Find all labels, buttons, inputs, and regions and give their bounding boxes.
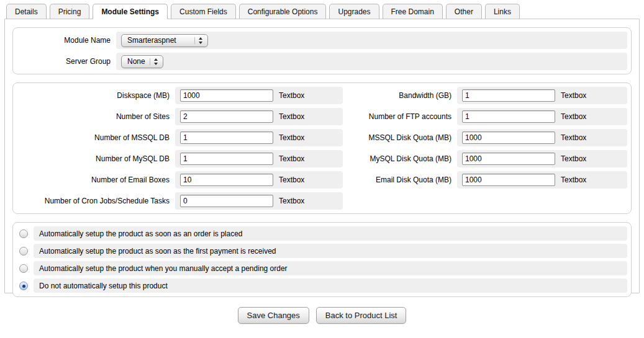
server-group-selected-value: None <box>127 57 145 66</box>
tab-other[interactable]: Other <box>446 4 482 19</box>
tab-details[interactable]: Details <box>6 4 47 19</box>
radio-no-auto-setup[interactable] <box>19 282 28 290</box>
radio-option-label: Automatically setup the product as soon … <box>39 247 276 256</box>
module-name-row: Module Name Smarteraspnet <box>17 32 627 49</box>
module-selection-panel: Module Name Smarteraspnet Server Group N… <box>12 27 632 74</box>
cron-jobs-field-area: Textbox <box>175 192 343 210</box>
email-boxes-input[interactable] <box>180 174 273 186</box>
radio-row: Automatically setup the product when you… <box>17 261 627 275</box>
mssql-quota-label: MSSQL Disk Quota (MB) <box>343 133 457 142</box>
diskspace-input[interactable] <box>180 89 273 102</box>
field-row: Number of MSSQL DB Textbox MSSQL Disk Qu… <box>17 129 627 146</box>
field-type-label: Textbox <box>279 154 304 163</box>
mysql-quota-field-area: Textbox <box>457 150 627 167</box>
radio-setup-on-accept[interactable] <box>19 264 28 273</box>
radio-row: Automatically setup the product as soon … <box>17 244 627 258</box>
module-name-field-area: Smarteraspnet <box>116 32 627 49</box>
tab-pricing[interactable]: Pricing <box>50 4 90 19</box>
mssql-db-input[interactable] <box>180 131 273 144</box>
field-type-label: Textbox <box>561 154 586 163</box>
radio-label-area: Automatically setup the product as soon … <box>34 226 627 241</box>
action-button-row: Save Changes Back to Product List <box>0 307 644 324</box>
mssql-db-label: Number of MSSQL DB <box>17 133 175 142</box>
module-name-label: Module Name <box>17 36 116 45</box>
diskspace-field-area: Textbox <box>175 87 343 104</box>
bandwidth-field-area: Textbox <box>457 87 627 104</box>
save-changes-button[interactable]: Save Changes <box>238 307 309 324</box>
radio-label-area: Automatically setup the product when you… <box>34 261 627 275</box>
field-type-label: Textbox <box>279 197 304 205</box>
radio-setup-on-payment[interactable] <box>19 247 28 256</box>
mssql-quota-field-area: Textbox <box>457 129 627 146</box>
select-stepper-icon <box>194 37 204 44</box>
field-type-label: Textbox <box>279 91 304 100</box>
email-quota-input[interactable] <box>462 174 555 186</box>
field-type-label: Textbox <box>561 91 586 100</box>
email-quota-field-area: Textbox <box>457 171 627 189</box>
tab-upgrades[interactable]: Upgrades <box>329 4 379 19</box>
auto-setup-panel: Automatically setup the product as soon … <box>12 222 632 297</box>
server-group-select[interactable]: None <box>121 55 163 68</box>
mssql-quota-input[interactable] <box>462 131 555 144</box>
module-settings-panel: Module Name Smarteraspnet Server Group N… <box>4 19 640 293</box>
radio-option-label: Automatically setup the product as soon … <box>39 229 243 238</box>
email-boxes-label: Number of Email Boxes <box>17 176 175 184</box>
ftp-accounts-field-area: Textbox <box>457 108 627 125</box>
email-boxes-field-area: Textbox <box>175 171 343 189</box>
number-of-sites-input[interactable] <box>180 110 273 123</box>
module-name-select[interactable]: Smarteraspnet <box>121 34 208 47</box>
tab-configurable-options[interactable]: Configurable Options <box>239 4 327 19</box>
mysql-quota-input[interactable] <box>462 153 555 165</box>
mysql-quota-label: MySQL Disk Quota (MB) <box>343 154 457 163</box>
cron-jobs-label: Number of Cron Jobs/Schedule Tasks <box>17 197 175 205</box>
tab-module-settings[interactable]: Module Settings <box>93 4 168 19</box>
server-group-row: Server Group None <box>17 53 627 70</box>
bandwidth-label: Bandwidth (GB) <box>343 91 457 100</box>
diskspace-label: Diskspace (MB) <box>17 91 175 100</box>
tab-custom-fields[interactable]: Custom Fields <box>171 4 236 19</box>
select-stepper-icon <box>150 58 160 65</box>
field-type-label: Textbox <box>279 133 304 142</box>
server-group-label: Server Group <box>17 57 116 66</box>
field-type-label: Textbox <box>561 176 586 184</box>
field-type-label: Textbox <box>561 112 586 121</box>
radio-option-label: Do not automatically setup this product <box>39 282 168 290</box>
module-options-panel: Diskspace (MB) Textbox Bandwidth (GB) Te… <box>12 82 632 214</box>
back-to-product-list-button[interactable]: Back to Product List <box>316 307 407 324</box>
field-row: Diskspace (MB) Textbox Bandwidth (GB) Te… <box>17 87 627 104</box>
field-row: Number of MySQL DB Textbox MySQL Disk Qu… <box>17 150 627 167</box>
ftp-accounts-label: Number of FTP accounts <box>343 112 457 121</box>
module-name-selected-value: Smarteraspnet <box>127 36 176 45</box>
field-type-label: Textbox <box>279 112 304 121</box>
number-of-sites-label: Number of Sites <box>17 112 175 121</box>
field-row: Number of Email Boxes Textbox Email Disk… <box>17 171 627 189</box>
radio-label-area: Automatically setup the product as soon … <box>34 244 627 258</box>
field-row: Number of Sites Textbox Number of FTP ac… <box>17 108 627 125</box>
number-of-sites-field-area: Textbox <box>175 108 343 125</box>
email-quota-label: Email Disk Quota (MB) <box>343 176 457 184</box>
field-row: Number of Cron Jobs/Schedule Tasks Textb… <box>17 192 627 210</box>
tab-links[interactable]: Links <box>485 4 520 19</box>
bandwidth-input[interactable] <box>462 89 555 102</box>
radio-setup-on-order[interactable] <box>19 229 28 238</box>
radio-row: Automatically setup the product as soon … <box>17 226 627 241</box>
ftp-accounts-input[interactable] <box>462 110 555 123</box>
tab-free-domain[interactable]: Free Domain <box>383 4 443 19</box>
mysql-db-input[interactable] <box>180 153 273 165</box>
cron-jobs-input[interactable] <box>180 195 273 207</box>
server-group-field-area: None <box>116 53 627 70</box>
radio-row: Do not automatically setup this product <box>17 278 627 293</box>
mysql-db-field-area: Textbox <box>175 150 343 167</box>
field-type-label: Textbox <box>279 176 304 184</box>
mysql-db-label: Number of MySQL DB <box>17 154 175 163</box>
field-type-label: Textbox <box>561 133 586 142</box>
radio-label-area: Do not automatically setup this product <box>34 278 627 293</box>
radio-option-label: Automatically setup the product when you… <box>39 264 288 273</box>
tab-bar: Details Pricing Module Settings Custom F… <box>0 0 644 19</box>
mssql-db-field-area: Textbox <box>175 129 343 146</box>
